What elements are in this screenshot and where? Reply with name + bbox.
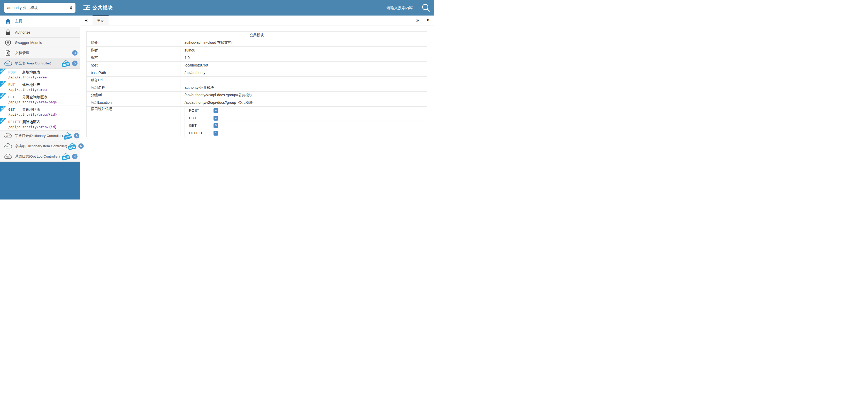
controller-label: 系统日志(Opt Log Controller) <box>15 154 60 159</box>
count-badge: 4 <box>72 154 78 159</box>
cloud-api-icon: API <box>4 61 12 66</box>
stats-table-row: DELETE 4 <box>185 130 423 137</box>
brand: 公共模块 <box>83 4 113 11</box>
row-value: /api/authority/v2/api-docs?group=公共模块 <box>180 99 427 107</box>
count-badge: 5 <box>74 133 80 138</box>
row-label: host <box>87 62 180 69</box>
count-badge: 6 <box>78 143 84 149</box>
table-row: 分组名称 authority-公共模块 <box>87 84 427 92</box>
select-spinner-icon <box>70 6 72 10</box>
controller-label: 地区表(Area Controller) <box>15 61 51 66</box>
api-name: 删除地区表 <box>22 120 40 124</box>
group-select[interactable]: authority-公共模块 <box>4 3 75 13</box>
stat-method: DELETE <box>185 130 209 137</box>
home-icon <box>4 19 12 24</box>
stats-table-row: GET 9 <box>185 122 423 130</box>
search-icon[interactable] <box>422 3 430 12</box>
tabs-scroll-right-button[interactable]: » <box>412 16 423 25</box>
group-select-value: authority-公共模块 <box>7 5 68 10</box>
sidebar-controller-opt-log[interactable]: API 系统日志(Opt Log Controller) NEW 4 <box>0 151 80 162</box>
method-label: POST <box>8 70 22 74</box>
sidebar-item-label: Swagger Models <box>15 40 42 45</box>
api-item-delete-area-id[interactable]: NEW DELETE 删除地区表 /api/authority/area/{id… <box>0 118 80 131</box>
cloud-api-icon: API <box>4 143 12 149</box>
row-value: localhost:8760 <box>180 62 427 69</box>
api-item-get-area-page[interactable]: NEW GET 分页查询地区表 /api/authority/area/page <box>0 93 80 106</box>
search-input[interactable]: 请输入搜索内容 <box>387 5 413 10</box>
api-path: /api/authority/area/{id} <box>8 125 79 129</box>
sidebar-item-doc-manage[interactable]: 文档管理 3 <box>0 48 80 58</box>
tabs-scroll-left-button[interactable]: « <box>80 16 93 25</box>
row-label: 简介 <box>87 39 180 47</box>
chevrons-down-icon: » <box>426 19 431 22</box>
svg-text:API: API <box>6 63 10 65</box>
method-label: DELETE <box>8 120 22 124</box>
api-path: /api/authority/area/{id} <box>8 113 79 116</box>
header-search-area: 请输入搜索内容 <box>387 3 434 12</box>
sidebar-controller-dictionary-item[interactable]: API 字典项(Dictionary Item Controller) NEW … <box>0 141 80 151</box>
sidebar-item-swagger-models[interactable]: Swagger Models <box>0 37 80 48</box>
hexagon-model-icon <box>4 39 12 46</box>
new-ribbon-icon: NEW <box>0 81 6 87</box>
header-bar: authority-公共模块 公共模块 请输入搜索内容 <box>0 0 434 16</box>
table-title: 公共模块 <box>87 32 427 39</box>
area-api-list: NEW POST 新增地区表 /api/authority/area NEW P… <box>0 68 80 131</box>
api-stats-table: POST 4 PUT 3 GET 9 <box>185 107 423 137</box>
stat-method: GET <box>185 122 209 130</box>
api-name: 修改地区表 <box>22 83 40 87</box>
api-path: /api/authority/area <box>8 88 79 92</box>
new-tag-icon: NEW <box>63 132 73 140</box>
row-value: /api/authority/v2/api-docs?group=公共模块 <box>180 92 427 99</box>
api-path: /api/authority/area/page <box>8 100 79 104</box>
stats-table-row: POST 4 <box>185 107 423 114</box>
sidebar-controller-area[interactable]: API 地区表(Area Controller) NEW 5 <box>0 58 80 68</box>
sidebar-item-authorize[interactable]: Authorize <box>0 27 80 37</box>
row-label: basePath <box>87 69 180 77</box>
table-row: 分组Location /api/authority/v2/api-docs?gr… <box>87 99 427 107</box>
main-area: « 主页 » » 公共模块 简介 zuihou-admin-cloud <box>80 16 434 200</box>
row-label: 服务Url <box>87 77 180 84</box>
row-label: 分组url <box>87 92 180 99</box>
stat-count-badge: 4 <box>214 131 218 136</box>
stats-row: 接口统计信息 POST 4 PUT 3 <box>87 107 427 137</box>
stats-label: 接口统计信息 <box>87 107 180 137</box>
svg-text:API: API <box>6 145 10 148</box>
cloud-api-icon: API <box>4 133 12 139</box>
table-row: basePath /api/authority <box>87 69 427 77</box>
stat-count-badge: 9 <box>214 123 218 128</box>
tab-home[interactable]: 主页 <box>93 16 108 25</box>
tabbar-spacer <box>108 16 412 25</box>
table-row: 简介 zuihou-admin-cloud 在线文档 <box>87 39 427 47</box>
tabs-collapse-button[interactable]: » <box>423 16 434 25</box>
app-title: 公共模块 <box>92 4 113 11</box>
sidebar-item-home[interactable]: 主页 <box>0 16 80 27</box>
api-item-get-area-id[interactable]: NEW GET 查询地区表 /api/authority/area/{id} <box>0 106 80 118</box>
new-ribbon-icon: NEW <box>0 106 6 112</box>
api-name: 新增地区表 <box>22 70 40 74</box>
lock-icon <box>4 29 12 35</box>
chevrons-left-icon: « <box>85 17 88 23</box>
api-item-post-area[interactable]: NEW POST 新增地区表 /api/authority/area <box>0 68 80 81</box>
row-label: 分组Location <box>87 99 180 107</box>
sidebar-controller-dictionary[interactable]: API 字典目录(Dictionary Controller) NEW 5 <box>0 131 80 141</box>
sidebar-item-label: 文档管理 <box>15 51 29 55</box>
stat-method: PUT <box>185 114 209 122</box>
method-label: PUT <box>8 83 22 87</box>
table-title-row: 公共模块 <box>87 32 427 39</box>
api-item-put-area[interactable]: NEW PUT 修改地区表 /api/authority/area <box>0 81 80 93</box>
cloud-api-icon: API <box>4 154 12 160</box>
controller-label: 字典项(Dictionary Item Controller) <box>15 144 67 148</box>
row-value: /api/authority <box>180 69 427 77</box>
method-label: GET <box>8 107 22 112</box>
row-value: authority-公共模块 <box>180 84 427 92</box>
svg-text:API: API <box>6 135 10 137</box>
stats-table-row: PUT 3 <box>185 114 423 122</box>
document-gear-icon <box>4 50 12 56</box>
stat-method: POST <box>185 107 209 114</box>
table-row: 版本 1.0 <box>87 54 427 62</box>
row-value <box>180 77 427 84</box>
new-tag-icon: NEW <box>67 142 77 150</box>
row-label: 分组名称 <box>87 84 180 92</box>
swagger-bootstrap-ui-app: authority-公共模块 公共模块 请输入搜索内容 <box>0 0 434 200</box>
table-row: 分组url /api/authority/v2/api-docs?group=公… <box>87 92 427 99</box>
